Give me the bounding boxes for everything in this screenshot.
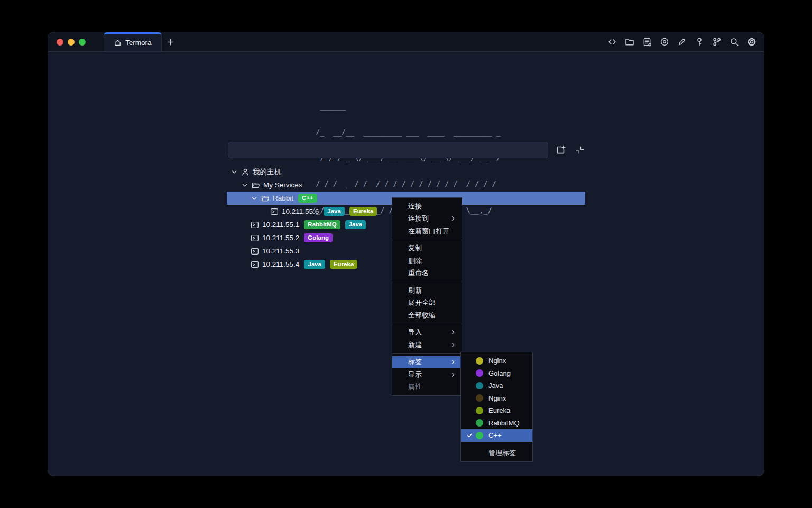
tab-termora[interactable]: Termora [104,32,162,51]
new-tab-button[interactable] [162,32,180,51]
search-row [228,142,586,158]
menu-separator [392,353,462,354]
chevron-right-icon [449,329,457,336]
tree-item-label: 10.211.55.3 [262,247,299,255]
menu-item-import[interactable]: 导入 [392,326,462,339]
tag-option[interactable]: Golang [461,367,532,380]
tag-badge: Golang [304,233,333,242]
menu-item-connect-to[interactable]: 连接到 [392,213,462,225]
chevron-down-icon[interactable] [250,194,259,203]
tree-item-label: 10.211.55.1 [262,221,299,229]
tree-item-label: 10.211.55.2 [262,234,299,242]
tag-badge: Eureka [330,260,357,269]
tree-row-my-hosts[interactable]: 我的主机 [227,165,585,178]
tag-submenu: Nginx Golang Java Nginx Eureka RabbitMQ … [460,352,533,462]
menu-item-expand-all[interactable]: 展开全部 [392,297,462,310]
menu-item-copy[interactable]: 复制 [392,242,462,255]
traffic-lights [48,32,96,51]
menu-separator [392,324,462,324]
tree-item-label: 10.211.55.4 [262,260,299,268]
chevron-right-icon [449,341,457,349]
close-button[interactable] [57,39,63,46]
toolbar [606,32,764,51]
tree-item-label: 我的主机 [253,167,281,177]
tree-row-my-services[interactable]: My Services [227,178,585,192]
tag-color-dot [476,394,483,402]
collapse-all-icon[interactable] [573,143,586,157]
chevron-right-icon [449,358,457,366]
context-menu: 连接 连接到 在新窗口打开 复制 删除 重命名 刷新 展开全部 全部收缩 导入 … [392,197,462,396]
tag-color-dot [476,369,483,377]
menu-separator [461,444,532,444]
menu-item-new[interactable]: 新建 [392,339,462,351]
edit-icon[interactable] [676,36,688,48]
tag-badge: Java [324,207,345,216]
tab-label: Termora [125,39,152,47]
chevron-down-icon[interactable] [230,168,238,176]
tag-color-dot [476,407,483,414]
tag-option-checked[interactable]: C++ [461,429,532,442]
app-window: Termora ______ /_ __/__ _________ ___ [48,32,764,476]
title-bar: Termora [48,32,764,52]
chevron-right-icon [449,371,457,378]
search-icon[interactable] [728,36,740,48]
chevron-right-icon [449,215,457,222]
menu-item-display[interactable]: 显示 [392,368,462,381]
tag-badge: RabbitMQ [304,220,340,229]
tag-badge: C++ [298,194,317,203]
tag-option[interactable]: Nginx [461,392,532,405]
folder-open-icon [261,194,270,203]
tag-option[interactable]: Eureka [461,404,532,417]
branch-icon[interactable] [711,36,723,48]
ascii-line: /_ __/__ _________ ___ ____ _________ _ [311,128,501,136]
host-filter-input[interactable] [228,142,548,158]
menu-item-collapse-all[interactable]: 全部收缩 [392,309,462,322]
chevron-down-icon[interactable] [241,181,249,189]
tag-color-dot [476,357,483,365]
terminal-icon [251,234,259,242]
terminal-icon [251,260,259,269]
home-icon [114,39,122,47]
tag-badge: Java [345,220,366,229]
tag-color-dot [476,382,483,389]
tag-color-dot [476,432,483,439]
zoom-button[interactable] [79,39,86,46]
menu-item-open-in-new-window[interactable]: 在新窗口打开 [392,225,462,238]
tag-option[interactable]: Java [461,379,532,392]
menu-item-manage-tags[interactable]: 管理标签 [461,447,532,459]
menu-item-delete[interactable]: 删除 [392,255,462,267]
terminal-icon [251,247,259,256]
menu-separator [392,282,462,282]
key-icon[interactable] [694,36,705,48]
folder-open-icon [252,181,260,189]
tag-badge: Eureka [349,207,377,216]
menu-item-connect[interactable]: 连接 [392,200,462,213]
menu-item-tags[interactable]: 标签 [392,356,462,369]
plus-icon [167,38,174,46]
gear-icon[interactable] [746,36,758,48]
user-icon [241,168,250,176]
ascii-line: ______ [311,102,501,110]
add-host-icon[interactable] [553,143,567,157]
menu-item-rename[interactable]: 重命名 [392,267,462,280]
check-icon [466,432,476,439]
terminal-icon [251,221,259,229]
tree-item-label: 10.211.55.6 [282,207,319,215]
menu-item-refresh[interactable]: 刷新 [392,284,462,297]
minimize-button[interactable] [68,39,75,46]
code-icon[interactable] [606,36,618,48]
tree-item-label: Rabbit [273,194,293,202]
tree-item-label: My Services [263,181,302,189]
tag-badge: Java [304,260,325,269]
tag-option[interactable]: Nginx [461,355,532,367]
folder-icon[interactable] [624,36,635,48]
terminal-icon [270,207,279,216]
menu-item-properties: 属性 [392,381,462,394]
tag-color-dot [476,419,483,427]
record-icon[interactable] [659,36,670,48]
tag-option[interactable]: RabbitMQ [461,417,532,430]
log-icon[interactable] [641,36,653,48]
menu-separator [392,240,462,240]
